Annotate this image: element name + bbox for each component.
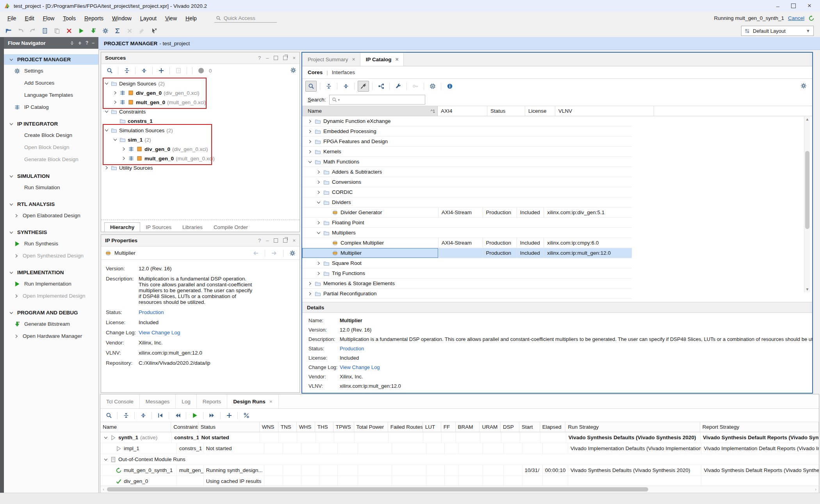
flownav-section-program-and-debug[interactable]: PROGRAM AND DEBUG: [4, 307, 98, 318]
catalog-tree-item[interactable]: MultiplierProductionIncludedxilinx.com:i…: [302, 248, 632, 258]
close-tab-icon[interactable]: ×: [269, 399, 273, 405]
run-name[interactable]: mult_gen_0_synth_1: [100, 465, 177, 476]
quick-access-search[interactable]: Quick Access: [214, 14, 277, 23]
step-back-button[interactable]: [172, 410, 183, 421]
runs-column-run-strategy[interactable]: Run Strategy: [565, 422, 700, 432]
menu-help[interactable]: Help: [181, 14, 201, 23]
flownav-section-simulation[interactable]: SIMULATION: [4, 171, 98, 181]
expand-all-button[interactable]: [138, 410, 148, 421]
runs-column-name[interactable]: Name: [100, 422, 171, 432]
help-icon[interactable]: ?: [86, 40, 88, 46]
flownav-section-ip-integrator[interactable]: IP INTEGRATOR: [4, 119, 98, 129]
column-header-license[interactable]: License: [525, 106, 555, 116]
maximize-panel-icon[interactable]: [274, 238, 278, 243]
ip-chip-button[interactable]: [427, 81, 438, 91]
catalog-tree-item[interactable]: Trig Functions: [302, 268, 632, 279]
sources-tab-ip-sources[interactable]: IP Sources: [140, 223, 177, 232]
chevron-right-icon[interactable]: [14, 254, 19, 258]
expand-all-button[interactable]: [340, 81, 351, 91]
chevron-down-icon[interactable]: [9, 270, 14, 275]
collapse-all-button[interactable]: [323, 81, 334, 91]
group-by-button[interactable]: [376, 81, 386, 91]
minimize-panel-icon[interactable]: –: [266, 238, 269, 243]
catalog-tree-item[interactable]: Memories & Storage Elements: [302, 279, 632, 289]
runs-group-row[interactable]: Out-of-Context Module Runs: [100, 454, 819, 465]
subtab-cores[interactable]: Cores: [308, 69, 323, 75]
results-tab-log[interactable]: Log: [176, 394, 197, 408]
catalog-tree-item[interactable]: Divider GeneratorAXI4-StreamProductionIn…: [302, 208, 632, 218]
runs-column-wns[interactable]: WNS: [260, 422, 278, 432]
catalog-tree-item[interactable]: Embedded Processing: [302, 126, 632, 137]
catalog-tree-item[interactable]: Math Functions: [302, 157, 632, 167]
search-button[interactable]: [104, 66, 115, 76]
source-tree-item[interactable]: Simulation Sources (2): [101, 126, 299, 135]
flownav-item-run-simulation[interactable]: Run Simulation: [4, 181, 98, 193]
settings-button[interactable]: [100, 26, 111, 36]
catalog-tree-item[interactable]: CORDIC: [302, 187, 632, 197]
results-tab-messages[interactable]: Messages: [140, 394, 176, 408]
generate-bitstream-button[interactable]: [88, 26, 98, 36]
flownav-item-open-elaborated-design[interactable]: Open Elaborated Design: [4, 209, 98, 222]
catalog-tree-item[interactable]: Partial Reconfiguration: [302, 289, 632, 299]
menu-window[interactable]: Window: [108, 14, 136, 23]
chevron-down-icon[interactable]: [103, 457, 108, 462]
menu-tools[interactable]: Tools: [59, 14, 80, 23]
catalog-tree-item[interactable]: Dividers: [302, 197, 632, 208]
save-button[interactable]: [39, 26, 50, 36]
runs-column-total-power[interactable]: Total Power: [354, 422, 388, 432]
catalog-tree-item[interactable]: Adders & Subtracters: [302, 167, 632, 177]
chevron-right-icon[interactable]: [308, 149, 312, 154]
expand-all-button[interactable]: [139, 66, 149, 76]
runs-column-report-strategy[interactable]: Report Strategy: [700, 422, 819, 432]
search-button[interactable]: [103, 410, 114, 421]
customize-button[interactable]: [393, 81, 403, 91]
chevron-down-icon[interactable]: [9, 230, 14, 235]
source-tree-item[interactable]: Utility Sources: [101, 163, 299, 172]
sources-tab-libraries[interactable]: Libraries: [177, 223, 208, 232]
chevron-down-icon[interactable]: [9, 311, 14, 315]
runs-column-start[interactable]: Start: [519, 422, 540, 432]
sources-tab-hierarchy[interactable]: Hierarchy: [104, 222, 140, 232]
close-panel-icon[interactable]: ×: [292, 55, 296, 61]
chevron-right-icon[interactable]: [308, 119, 312, 124]
minimize-button[interactable]: –: [776, 3, 779, 9]
info-button[interactable]: [444, 81, 455, 91]
help-icon[interactable]: ?: [258, 55, 261, 61]
flownav-item-run-implementation[interactable]: Run Implementation: [4, 278, 98, 290]
delete-button[interactable]: [64, 26, 74, 36]
scrollbar-thumb[interactable]: [107, 487, 648, 492]
chevron-right-icon[interactable]: [113, 100, 118, 105]
chevron-right-icon[interactable]: [316, 271, 321, 276]
results-tab-design-runs[interactable]: Design Runs×: [227, 394, 278, 408]
runs-column-ff[interactable]: FF: [441, 422, 456, 432]
collapse-all-icon[interactable]: [70, 41, 74, 45]
scroll-up-icon[interactable]: ▲: [804, 117, 810, 122]
collapse-all-button[interactable]: [121, 410, 131, 421]
close-tab-icon[interactable]: ×: [352, 56, 355, 62]
menu-flow[interactable]: Flow: [39, 14, 59, 23]
menu-file[interactable]: File: [3, 14, 21, 23]
chevron-down-icon[interactable]: [9, 202, 14, 207]
float-panel-icon[interactable]: [283, 238, 287, 243]
subtab-interfaces[interactable]: Interfaces: [332, 69, 355, 75]
tab-ip-catalog[interactable]: IP Catalog×: [360, 53, 404, 66]
menu-edit[interactable]: Edit: [21, 14, 39, 23]
menu-reports[interactable]: Reports: [80, 14, 108, 23]
flownav-item-generate-bitstream[interactable]: Generate Bitstream: [4, 318, 98, 330]
chevron-right-icon[interactable]: [308, 139, 312, 144]
chevron-down-icon[interactable]: [113, 137, 118, 142]
run-name[interactable]: synth_1 (active): [100, 432, 172, 443]
catalog-tree-item[interactable]: Multipliers: [302, 228, 632, 238]
flownav-item-run-synthesis[interactable]: Run Synthesis: [4, 238, 98, 250]
chevron-right-icon[interactable]: [316, 190, 321, 195]
flownav-item-settings[interactable]: Settings: [4, 65, 98, 77]
scroll-down-icon[interactable]: ▼: [804, 287, 810, 292]
catalog-tree-item[interactable]: Dynamic Function eXchange: [302, 116, 632, 126]
column-header-vlnv[interactable]: VLNV: [555, 106, 654, 116]
chevron-right-icon[interactable]: [104, 165, 109, 170]
runs-column-dsp[interactable]: DSP: [501, 422, 519, 432]
go-first-button[interactable]: [155, 410, 166, 421]
chevron-down-icon[interactable]: [104, 109, 109, 114]
chevron-right-icon[interactable]: [316, 220, 321, 225]
detail-value[interactable]: View Change Log: [340, 364, 387, 370]
